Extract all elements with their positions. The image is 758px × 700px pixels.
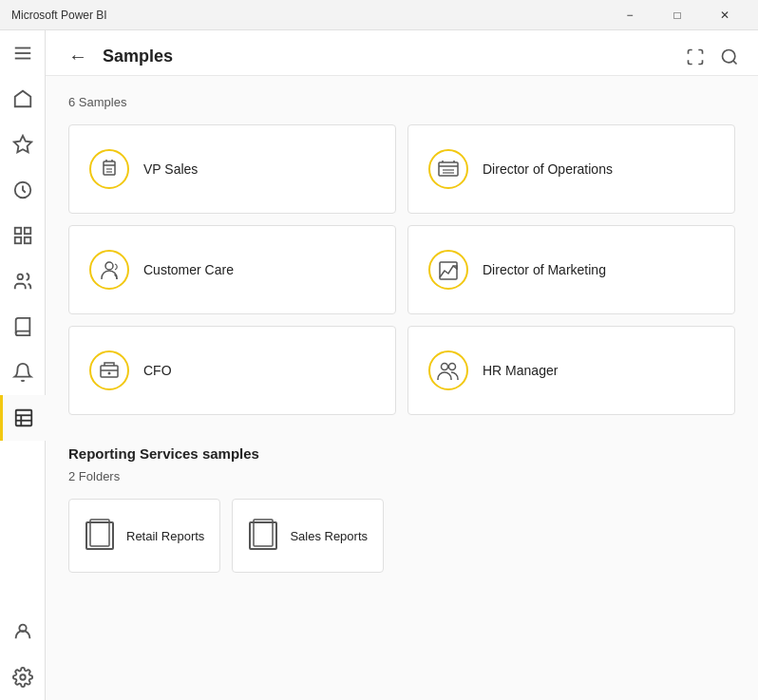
back-button[interactable]: ← (65, 42, 91, 71)
hamburger-icon (12, 43, 33, 64)
gear-icon (12, 667, 33, 688)
svg-point-42 (449, 364, 456, 370)
home-icon (12, 88, 33, 109)
svg-rect-44 (90, 520, 109, 546)
sidebar-item-recent[interactable] (0, 167, 46, 213)
app-body: ← Samples 6 Samples (0, 30, 758, 700)
reports-icon (13, 407, 34, 428)
clock-icon (12, 180, 33, 200)
director-ops-icon (427, 148, 469, 190)
svg-rect-37 (101, 366, 118, 377)
main-content: 6 Samples VP Sales (46, 76, 758, 700)
sidebar-item-account[interactable] (0, 609, 46, 654)
sidebar-item-favorites[interactable] (0, 122, 46, 167)
app-title: Microsoft Power BI (11, 9, 107, 22)
sidebar-item-notifications[interactable] (0, 350, 46, 395)
svg-point-25 (429, 150, 467, 188)
maximize-button[interactable]: □ (655, 0, 699, 30)
sample-card-director-ops[interactable]: Director of Operations (407, 124, 735, 214)
header-left: ← Samples (65, 42, 173, 71)
cfo-label: CFO (143, 363, 172, 378)
svg-rect-46 (254, 520, 273, 546)
person-icon (12, 621, 33, 642)
svg-rect-5 (14, 228, 20, 234)
svg-rect-10 (16, 410, 32, 426)
bell-icon (12, 362, 33, 383)
svg-rect-35 (440, 262, 457, 279)
main-content-area: ← Samples 6 Samples (46, 30, 758, 700)
window-controls: − □ ✕ (608, 0, 747, 30)
sample-card-cfo[interactable]: CFO (68, 326, 396, 415)
svg-rect-26 (439, 162, 458, 176)
sample-card-hr-manager[interactable]: HR Manager (407, 326, 735, 415)
expand-icon[interactable] (686, 47, 705, 66)
svg-point-33 (105, 262, 113, 270)
sidebar-item-home[interactable] (0, 76, 46, 122)
sidebar-item-apps[interactable] (0, 213, 46, 258)
reporting-section-title: Reporting Services samples (68, 445, 735, 462)
sample-card-director-marketing[interactable]: Director of Marketing (407, 225, 735, 314)
vp-sales-label: VP Sales (143, 161, 198, 177)
close-button[interactable]: ✕ (703, 0, 747, 30)
samples-count: 6 Samples (68, 95, 735, 109)
svg-point-16 (723, 49, 735, 62)
retail-reports-label: Retail Reports (126, 529, 204, 543)
folder-card-retail-reports[interactable]: Retail Reports (68, 499, 220, 573)
svg-point-15 (20, 674, 26, 680)
hr-manager-icon (427, 350, 469, 391)
svg-rect-6 (24, 228, 29, 234)
folders-count: 2 Folders (68, 469, 735, 483)
retail-reports-folder-icon (85, 519, 115, 553)
svg-point-34 (429, 251, 467, 289)
sample-card-customer-care[interactable]: Customer Care (68, 225, 396, 314)
sidebar-item-reports[interactable] (0, 395, 46, 441)
people-icon (12, 271, 33, 292)
titlebar: Microsoft Power BI − □ ✕ (0, 0, 758, 30)
svg-rect-7 (14, 237, 20, 243)
svg-point-39 (108, 372, 111, 375)
sample-card-vp-sales[interactable]: VP Sales (68, 124, 396, 214)
svg-point-41 (442, 364, 448, 370)
sidebar-item-hamburger[interactable] (0, 30, 46, 76)
svg-point-40 (429, 351, 467, 389)
svg-rect-19 (104, 161, 115, 175)
svg-marker-3 (13, 136, 30, 152)
sidebar (0, 30, 46, 700)
director-ops-label: Director of Operations (483, 161, 613, 177)
content-header: ← Samples (46, 30, 758, 76)
samples-grid: VP Sales Director of Operations (68, 124, 735, 415)
star-icon (12, 134, 33, 155)
minimize-button[interactable]: − (608, 0, 652, 30)
folders-grid: Retail Reports Sales Reports (68, 499, 735, 573)
sales-reports-folder-icon (248, 519, 278, 553)
sidebar-item-learn[interactable] (0, 304, 46, 350)
header-right (686, 47, 739, 66)
hr-manager-label: HR Manager (483, 363, 558, 378)
customer-care-icon (88, 249, 130, 291)
director-marketing-label: Director of Marketing (483, 262, 606, 277)
svg-rect-8 (24, 237, 29, 243)
svg-point-9 (17, 274, 23, 280)
cfo-icon (88, 350, 130, 391)
director-marketing-icon (427, 249, 469, 291)
sidebar-item-shared[interactable] (0, 258, 46, 304)
grid-icon (12, 225, 33, 246)
book-icon (12, 316, 33, 337)
search-icon[interactable] (720, 47, 739, 66)
vp-sales-icon (88, 148, 130, 190)
svg-line-17 (733, 60, 737, 64)
page-title: Samples (103, 47, 173, 66)
folder-card-sales-reports[interactable]: Sales Reports (232, 499, 384, 573)
sidebar-item-settings[interactable] (0, 654, 46, 700)
customer-care-label: Customer Care (143, 262, 234, 277)
sales-reports-label: Sales Reports (290, 529, 368, 543)
